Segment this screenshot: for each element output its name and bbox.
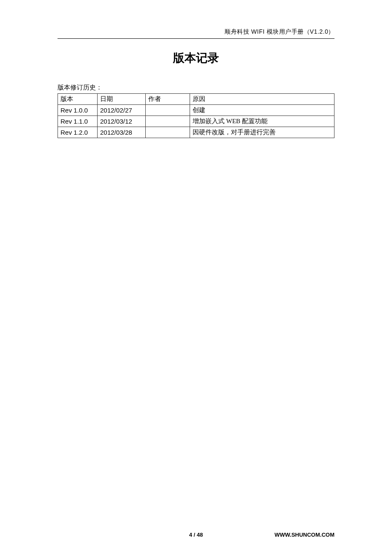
col-version: 版本 xyxy=(58,94,98,105)
col-author: 作者 xyxy=(146,94,190,105)
footer-url: WWW.SHUNCOM.COM xyxy=(274,532,334,538)
revision-table: 版本 日期 作者 原因 Rev 1.0.0 2012/02/27 创建 Rev … xyxy=(58,93,334,138)
col-date: 日期 xyxy=(98,94,146,105)
cell-author xyxy=(146,127,190,138)
cell-version: Rev 1.1.0 xyxy=(58,116,98,127)
header-text: 顺舟科技 WIFI 模块用户手册（V1.2.0） xyxy=(225,28,334,36)
table-row: Rev 1.1.0 2012/03/12 增加嵌入式 WEB 配置功能 xyxy=(58,116,334,127)
revision-history-label: 版本修订历史： xyxy=(58,84,334,92)
cell-version: Rev 1.2.0 xyxy=(58,127,98,138)
table-row: Rev 1.0.0 2012/02/27 创建 xyxy=(58,105,334,116)
page-title: 版本记录 xyxy=(58,50,334,66)
cell-date: 2012/03/28 xyxy=(98,127,146,138)
cell-date: 2012/03/12 xyxy=(98,116,146,127)
page: 顺舟科技 WIFI 模块用户手册（V1.2.0） 版本记录 版本修订历史： 版本… xyxy=(0,0,392,555)
page-number: 4 / 48 xyxy=(189,532,203,538)
cell-reason: 创建 xyxy=(190,105,334,116)
cell-date: 2012/02/27 xyxy=(98,105,146,116)
cell-version: Rev 1.0.0 xyxy=(58,105,98,116)
cell-author xyxy=(146,105,190,116)
cell-reason: 因硬件改版，对手册进行完善 xyxy=(190,127,334,138)
table-row: Rev 1.2.0 2012/03/28 因硬件改版，对手册进行完善 xyxy=(58,127,334,138)
header-rule xyxy=(58,38,334,39)
cell-reason: 增加嵌入式 WEB 配置功能 xyxy=(190,116,334,127)
cell-author xyxy=(146,116,190,127)
col-reason: 原因 xyxy=(190,94,334,105)
table-header-row: 版本 日期 作者 原因 xyxy=(58,94,334,105)
